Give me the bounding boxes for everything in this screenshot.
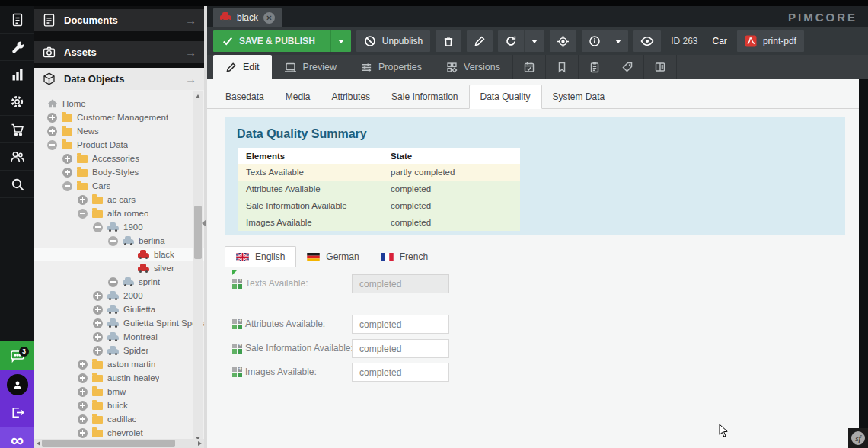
expand-icon[interactable] [108,277,118,287]
collapse-icon[interactable] [62,181,72,191]
expand-icon[interactable] [78,428,88,438]
locate-in-tree-button[interactable] [550,30,576,52]
tree-item[interactable]: cadillac [34,412,204,426]
tree-item[interactable]: austin-healey [34,371,204,385]
expand-icon[interactable] [93,305,103,315]
tab-language-english[interactable]: English [225,246,296,267]
tree-item[interactable]: berlina [34,234,204,248]
tab-attributes[interactable]: Attributes [321,85,381,108]
rail-tools-button[interactable] [0,34,34,61]
tab-media[interactable]: Media [275,85,321,108]
tab-notes-events[interactable] [578,55,611,79]
tab-preview[interactable]: Preview [272,55,349,79]
tree-item[interactable]: Product Data [34,138,204,152]
tree-item[interactable]: Montreal [34,330,204,344]
print-pdf-button[interactable]: print-pdf [737,30,804,52]
tree-item[interactable]: 2000 [34,289,204,302]
accordion-assets[interactable]: Assets → [34,41,204,63]
tree-item-selected[interactable]: black [34,248,204,261]
open-preview-button[interactable] [633,30,661,52]
rename-button[interactable] [467,30,493,52]
object-tab-black[interactable]: black ✕ [213,8,282,27]
collapse-icon[interactable] [93,222,103,232]
tab-data-quality[interactable]: Data Quality [469,85,542,109]
tree-item[interactable]: alfa romeo [34,206,204,220]
pimcore-infinity-logo[interactable]: ∞ [0,427,34,448]
reload-button[interactable] [498,30,524,52]
tree-item[interactable]: Giulietta [34,302,204,316]
expand-icon[interactable] [78,401,88,411]
collapse-icon[interactable] [108,236,118,246]
unpublish-button[interactable]: Unpublish [356,30,430,52]
expand-icon[interactable] [93,332,103,342]
rail-documents-button[interactable] [0,6,34,34]
expand-icon[interactable] [93,318,103,328]
tab-versions[interactable]: Versions [434,55,512,79]
tree-item[interactable]: ac cars [34,193,204,206]
collapse-icon[interactable] [47,140,57,150]
info-options-dropdown[interactable] [608,30,628,52]
tab-workflow[interactable] [643,55,677,79]
tab-edit[interactable]: Edit [213,55,272,79]
tree-vertical-scrollbar[interactable] [193,91,203,443]
tree-item[interactable]: Cars [34,179,204,193]
tree-item[interactable]: aston martin [34,357,204,371]
symfony-debug-toolbar[interactable]: sf [848,428,868,448]
rail-notifications-button[interactable]: 3 [0,341,34,370]
reload-options-dropdown[interactable] [524,30,544,52]
save-publish-button[interactable]: SAVE & PUBLISH [213,30,351,52]
expand-icon[interactable] [93,291,103,301]
tab-sale-information[interactable]: Sale Information [381,85,468,108]
tab-basedata[interactable]: Basedata [215,85,275,108]
expand-icon[interactable] [93,346,103,356]
tree-item[interactable]: Body-Styles [34,165,204,179]
accordion-documents[interactable]: Documents → [34,9,204,31]
tab-language-french[interactable]: French [370,247,439,267]
tree-item[interactable]: Spider [34,344,204,357]
attributes-available-input[interactable] [352,315,449,334]
tab-language-german[interactable]: German [296,247,369,267]
collapse-panel-icon[interactable] [202,219,206,227]
tree-item[interactable]: Customer Management [34,110,204,124]
rail-settings-button[interactable] [0,88,34,116]
tree-item[interactable]: bmw [34,385,204,398]
tree-item[interactable]: sprint [34,275,204,289]
tree-item[interactable]: silver [34,261,204,275]
tab-system-data[interactable]: System Data [542,85,616,108]
sale-information-available-input[interactable] [352,339,449,358]
tree-horizontal-scrollbar[interactable] [34,439,204,448]
expand-icon[interactable] [47,126,57,136]
tab-tags[interactable] [611,55,643,79]
tree-item[interactable]: chevrolet [34,426,204,440]
tree-item-home[interactable]: Home [34,97,204,110]
images-available-input[interactable] [352,363,449,382]
tree-item[interactable]: buick [34,398,204,412]
save-options-dropdown[interactable] [330,30,351,52]
tree-item[interactable]: Gulietta Sprint Specia [34,316,204,330]
expand-icon[interactable] [62,168,72,178]
texts-available-input[interactable] [352,274,449,293]
expand-icon[interactable] [78,195,88,205]
tab-scheduled-tasks[interactable] [512,55,545,79]
expand-icon[interactable] [78,387,88,397]
collapse-icon[interactable] [78,209,88,219]
tree-item[interactable]: Accessories [34,152,204,165]
close-tab-icon[interactable]: ✕ [263,12,275,24]
tree-item[interactable]: 1900 [34,220,204,234]
delete-button[interactable] [436,30,461,52]
expand-icon[interactable] [47,113,57,123]
expand-icon[interactable] [62,154,72,164]
accordion-data-objects[interactable]: Data Objects → [34,68,204,90]
expand-icon[interactable] [78,414,88,424]
tree-item[interactable]: News [34,124,204,138]
tab-properties[interactable]: Properties [349,55,434,79]
rail-customers-button[interactable] [0,143,34,171]
rail-profile-button[interactable] [0,370,34,398]
rail-search-button[interactable] [0,171,34,198]
expand-icon[interactable] [78,360,88,370]
tab-bookmarks[interactable] [545,55,578,79]
info-button[interactable] [582,30,608,52]
rail-ecommerce-button[interactable] [0,116,34,143]
expand-icon[interactable] [78,373,88,383]
rail-reports-button[interactable] [0,61,34,88]
